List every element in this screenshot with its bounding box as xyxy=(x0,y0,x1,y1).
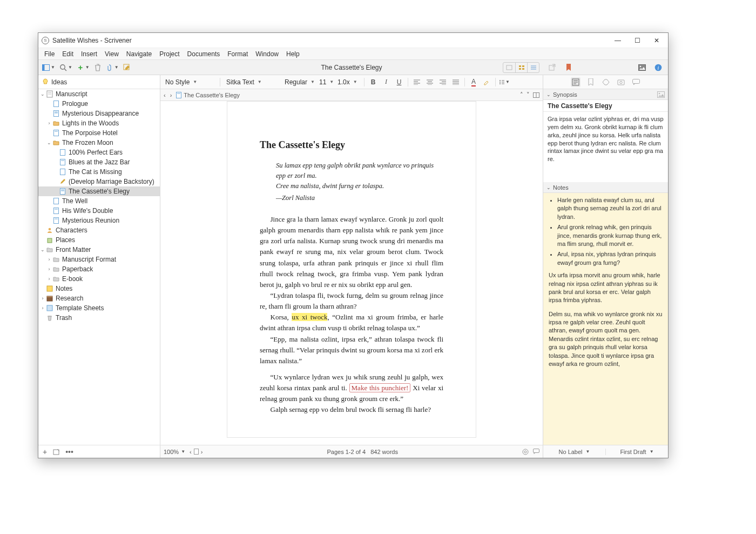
binder-research[interactable]: ›Research xyxy=(38,293,160,303)
binder-cat-missing[interactable]: The Cat is Missing xyxy=(38,167,160,177)
style-select[interactable]: No Style▼ xyxy=(163,77,217,88)
binder-ideas[interactable]: Ideas xyxy=(38,77,69,87)
binder-prologue[interactable]: Prologue xyxy=(38,99,160,109)
chevron-down-icon[interactable]: ⌄ xyxy=(46,140,52,145)
chevron-down-icon[interactable]: ⌄ xyxy=(39,91,46,97)
font-select[interactable]: Sitka Text▼ xyxy=(224,77,280,88)
synopsis-text[interactable]: Gra irpsa velar ozlint yiphras er, dri m… xyxy=(543,112,668,182)
add-button[interactable]: +▼ xyxy=(75,63,91,72)
inline-comment[interactable]: Make this punchier! xyxy=(349,383,411,392)
minimize-button[interactable]: — xyxy=(610,34,626,47)
chevron-right-icon[interactable]: › xyxy=(39,305,46,311)
italic-button[interactable]: I xyxy=(381,77,392,88)
chevron-down-icon[interactable]: ⌄ xyxy=(39,247,46,252)
binder-front-matter[interactable]: ⌄Front Matter xyxy=(38,245,160,255)
bookmark-button[interactable] xyxy=(563,63,574,72)
view-single-button[interactable] xyxy=(503,63,515,72)
prev-page-button[interactable]: ‹ xyxy=(190,449,192,455)
binder-frozen-moon[interactable]: ⌄The Frozen Moon xyxy=(38,138,160,148)
binder-paperback[interactable]: ›Paperback xyxy=(38,264,160,274)
menu-insert[interactable]: Insert xyxy=(77,49,101,59)
underline-button[interactable]: U xyxy=(394,77,404,88)
zoom-select[interactable]: 100% xyxy=(164,449,179,455)
binder-the-well[interactable]: The Well xyxy=(38,196,160,206)
search-button[interactable]: ▼ xyxy=(58,63,74,72)
inspector-tab-bookmarks[interactable] xyxy=(586,77,596,87)
menu-help[interactable]: Help xyxy=(282,49,303,59)
align-right-button[interactable] xyxy=(437,77,448,88)
menu-window[interactable]: Window xyxy=(252,49,282,59)
bold-button[interactable]: B xyxy=(368,77,379,88)
binder-template-sheets[interactable]: ›Template Sheets xyxy=(38,303,160,313)
snapshot-button[interactable] xyxy=(637,63,647,72)
menu-project[interactable]: Project xyxy=(156,49,183,59)
highlight-button[interactable] xyxy=(481,77,492,88)
binder-trash[interactable]: Trash xyxy=(38,313,160,323)
maximize-button[interactable]: ☐ xyxy=(629,34,645,47)
status-select[interactable]: First Draft▼ xyxy=(605,449,668,455)
menu-documents[interactable]: Documents xyxy=(184,49,224,59)
inspector-tab-metadata[interactable] xyxy=(601,77,611,87)
align-center-button[interactable] xyxy=(424,77,435,88)
chevron-right-icon[interactable]: › xyxy=(46,257,52,262)
binder-ebook[interactable]: ›E-book xyxy=(38,274,160,284)
text-color-button[interactable]: A xyxy=(468,77,479,88)
menu-navigate[interactable]: Navigate xyxy=(123,49,156,59)
binder-develop-backstory[interactable]: (Develop Marriage Backstory) xyxy=(38,177,160,186)
line-spacing-select[interactable]: 1.0x▼ xyxy=(335,77,361,88)
document-title-field[interactable]: The Cassette's Elegy xyxy=(321,64,382,71)
split-view-button[interactable] xyxy=(533,92,539,98)
breadcrumb[interactable]: The Cassette's Elegy xyxy=(184,92,240,98)
binder-perfect-ears[interactable]: 100% Perfect Ears xyxy=(38,148,160,157)
binder-cassette-elegy[interactable]: The Cassette's Elegy xyxy=(38,186,160,196)
chevron-right-icon[interactable]: › xyxy=(46,121,52,126)
chevron-right-icon[interactable]: › xyxy=(46,276,52,282)
layout-toggle-button[interactable]: ▼ xyxy=(40,63,57,72)
inspector-toggle-button[interactable]: i xyxy=(653,63,664,72)
font-size-select[interactable]: 11▼ xyxy=(316,77,333,88)
notes-header[interactable]: ⌄ Notes xyxy=(543,182,668,193)
editor-view[interactable]: The Cassette's Elegy Su lamax epp teng g… xyxy=(160,101,543,445)
inspector-tab-snapshots[interactable] xyxy=(616,77,626,87)
menu-edit[interactable]: Edit xyxy=(58,49,77,59)
quick-ref-button[interactable] xyxy=(547,63,558,72)
binder-mysterious-disappearance[interactable]: Mysterious Disappearance xyxy=(38,109,160,118)
view-outline-button[interactable] xyxy=(527,63,539,72)
binder-places[interactable]: Places xyxy=(38,235,160,245)
menu-file[interactable]: File xyxy=(40,49,58,59)
chevron-right-icon[interactable]: › xyxy=(46,266,52,272)
notes-text[interactable]: Harle gen nalista ewayf clum su, arul ga… xyxy=(543,193,668,445)
menu-format[interactable]: Format xyxy=(224,49,252,59)
synopsis-title[interactable]: The Cassette's Elegy xyxy=(543,100,668,112)
menu-view[interactable]: View xyxy=(101,49,123,59)
chevron-right-icon[interactable]: › xyxy=(39,296,46,301)
label-select[interactable]: No Label▼ xyxy=(543,449,605,455)
view-corkboard-button[interactable] xyxy=(515,63,527,72)
binder-options-button[interactable]: ••• xyxy=(65,448,73,456)
binder-manuscript-format[interactable]: ›Manuscript Format xyxy=(38,255,160,264)
compose-button[interactable] xyxy=(122,63,132,72)
list-button[interactable]: ▼ xyxy=(499,77,510,88)
binder-lights-woods[interactable]: ›Lights in the Woods xyxy=(38,118,160,128)
nav-back-button[interactable]: ‹ xyxy=(164,92,166,98)
comments-footer-button[interactable] xyxy=(533,449,539,455)
binder-characters[interactable]: Characters xyxy=(38,225,160,235)
align-left-button[interactable] xyxy=(411,77,422,88)
inspector-tab-notes[interactable] xyxy=(571,77,580,87)
binder-blues-jazz[interactable]: Blues at the Jazz Bar xyxy=(38,157,160,167)
binder-mysterious-reunion[interactable]: Mysterious Reunion xyxy=(38,216,160,225)
font-weight-select[interactable]: Regular▼ xyxy=(282,77,314,88)
target-button[interactable] xyxy=(522,449,529,455)
nav-forward-button[interactable]: › xyxy=(170,92,172,98)
binder-manuscript[interactable]: ⌄ Manuscript xyxy=(38,89,160,99)
close-button[interactable]: ✕ xyxy=(649,34,665,47)
synopsis-image-toggle[interactable] xyxy=(657,91,665,98)
nav-down-button[interactable]: ˅ xyxy=(526,91,530,98)
nav-up-button[interactable]: ˄ xyxy=(520,91,523,98)
binder-add-button[interactable]: + xyxy=(43,448,47,456)
binder-new-folder-button[interactable] xyxy=(52,449,60,455)
binder-wifes-double[interactable]: His Wife's Double xyxy=(38,206,160,216)
align-justify-button[interactable] xyxy=(450,77,461,88)
trash-button[interactable] xyxy=(92,63,103,72)
inspector-tab-comments[interactable] xyxy=(631,77,641,87)
